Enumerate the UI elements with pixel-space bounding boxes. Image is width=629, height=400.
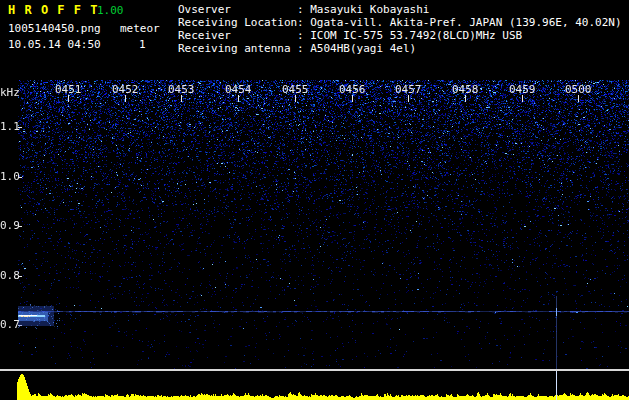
time-tick-label: 0454 — [225, 84, 252, 95]
station-info-colon: : — [297, 29, 310, 42]
station-info-row: Ovserver: Masayuki Kobayashi — [178, 3, 622, 16]
observation-datetime: 10.05.14 04:50 — [8, 39, 101, 51]
station-info-row: Receiving antenna: A504HB(yagi 4el) — [178, 42, 622, 55]
frequency-unit-label: kHz — [0, 87, 19, 98]
station-info-label: Receiving antenna — [178, 42, 297, 55]
spectrogram-canvas — [18, 80, 629, 370]
output-filename: 1005140450.png — [8, 23, 101, 35]
app-title: H R O F F T — [8, 4, 98, 16]
channel-number: 1 — [139, 39, 146, 51]
station-info-colon: : — [297, 42, 310, 55]
hrofft-output-screen: H R O F F T 1.00 1005140450.png meteor 1… — [0, 0, 629, 400]
frequency-tick-label: 1.1 — [0, 121, 19, 132]
station-info-label: Receiving Location — [178, 16, 297, 29]
time-tick-label: 0457 — [395, 84, 422, 95]
station-info-colon: : — [297, 16, 310, 29]
time-tick-label: 0456 — [339, 84, 366, 95]
time-tick-label: 0451 — [55, 84, 82, 95]
station-info-row: Receiving Location: Ogata-vill. Akita-Pr… — [178, 16, 622, 29]
time-tick-label: 0459 — [509, 84, 536, 95]
frequency-tick-label: 0.9 — [0, 220, 19, 231]
frequency-tick-label: 0.7 — [0, 319, 19, 330]
station-info-value: Masayuki Kobayashi — [310, 3, 429, 16]
time-tick-label: 0455 — [282, 84, 309, 95]
time-tick-label: 0500 — [565, 84, 592, 95]
app-version: 1.00 — [97, 5, 124, 17]
frequency-tick-label: 1.0 — [0, 171, 19, 182]
station-info-value: ICOM IC-575 53.7492(8LCD)MHz USB — [310, 29, 522, 42]
station-info-colon: : — [297, 3, 310, 16]
station-info-value: A504HB(yagi 4el) — [310, 42, 416, 55]
time-tick-label: 0458 — [452, 84, 479, 95]
frequency-tick-label: 0.8 — [0, 270, 19, 281]
signal-level-canvas — [0, 371, 629, 400]
station-info-label: Ovserver — [178, 3, 297, 16]
station-info: Ovserver: Masayuki KobayashiReceiving Lo… — [178, 3, 622, 55]
time-tick-label: 0453 — [168, 84, 195, 95]
observation-mode: meteor — [120, 23, 160, 35]
time-tick-label: 0452 — [112, 84, 139, 95]
station-info-label: Receiver — [178, 29, 297, 42]
station-info-value: Ogata-vill. Akita-Pref. JAPAN (139.96E, … — [310, 16, 621, 29]
station-info-row: Receiver: ICOM IC-575 53.7492(8LCD)MHz U… — [178, 29, 622, 42]
